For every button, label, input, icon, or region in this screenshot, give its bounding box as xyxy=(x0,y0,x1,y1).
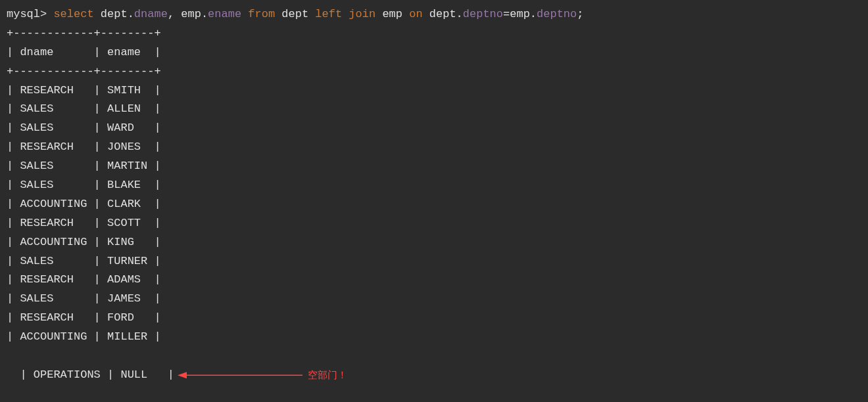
table-row: | SALES | MARTIN | xyxy=(7,157,861,176)
table-row: | SALES | BLAKE | xyxy=(7,176,861,195)
table-row: | SALES | TURNER | xyxy=(7,252,861,271)
table-row: | SALES | ALLEN | xyxy=(7,100,861,119)
field1-table: dept xyxy=(101,8,128,20)
arrow-icon xyxy=(178,368,302,382)
table-border-top: +------------+--------+ xyxy=(7,24,861,43)
annotation-text: 空部门！ xyxy=(308,367,347,384)
cond1-col: deptno xyxy=(463,8,503,20)
table-row: | SALES | WARD | xyxy=(7,119,861,138)
table-row: | RESEARCH | ADAMS | xyxy=(7,271,861,290)
keyword-select: select xyxy=(53,8,93,20)
annotation: 空部门！ xyxy=(178,367,347,384)
field2-col: ename xyxy=(208,8,241,20)
table1: dept xyxy=(281,8,308,20)
table-row: | SALES | JAMES | xyxy=(7,290,861,309)
table-row: | ACCOUNTING | KING | xyxy=(7,233,861,252)
cond2-table: emp xyxy=(510,8,530,20)
table-header: | dname | ename | xyxy=(7,43,861,62)
keyword-left: left xyxy=(315,8,342,20)
table2: emp xyxy=(382,8,402,20)
table-border-mid: +------------+--------+ xyxy=(7,62,861,81)
table-row: | ACCOUNTING | CLARK | xyxy=(7,195,861,214)
table-row: | ACCOUNTING | MILLER | xyxy=(7,328,861,347)
field1-col: dname xyxy=(134,8,168,20)
svg-marker-1 xyxy=(178,372,187,378)
field2-table: emp xyxy=(181,8,201,20)
table-row: | OPERATIONS | NULL | xyxy=(20,368,174,381)
keyword-on: on xyxy=(409,8,422,20)
table-row: | RESEARCH | SMITH | xyxy=(7,81,861,100)
table-row-annotated: | OPERATIONS | NULL | 空部门！ xyxy=(7,347,861,402)
table-row: | RESEARCH | FORD | xyxy=(7,309,861,328)
prompt: mysql> xyxy=(7,8,47,20)
keyword-from: from xyxy=(248,8,275,20)
mysql-prompt-line: mysql> select dept.dname, emp.ename from… xyxy=(7,5,861,24)
keyword-join: join xyxy=(349,8,375,20)
cond2-col: deptno xyxy=(537,8,577,20)
table-row: | RESEARCH | SCOTT | xyxy=(7,214,861,233)
cond1-table: dept xyxy=(429,8,456,20)
table-row: | RESEARCH | JONES | xyxy=(7,138,861,157)
